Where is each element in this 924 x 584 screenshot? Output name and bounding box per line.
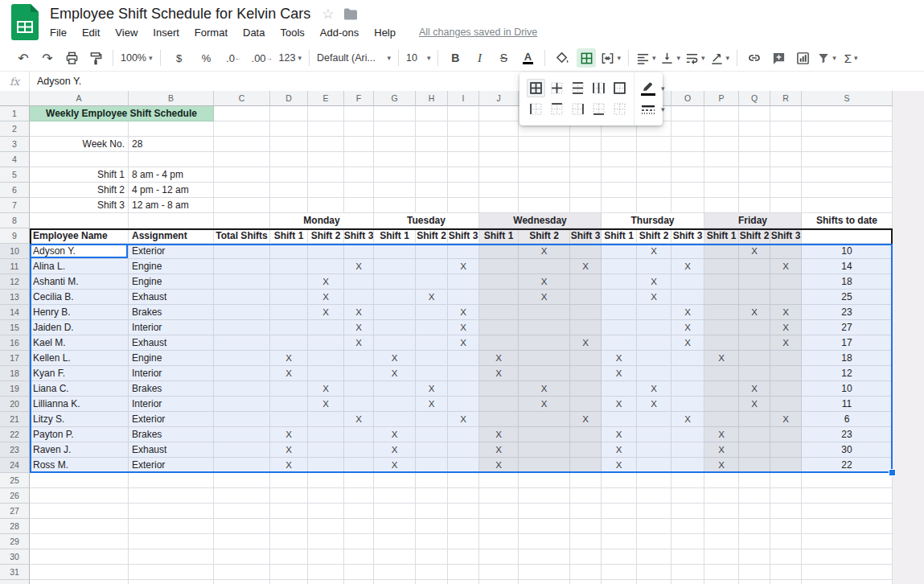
cell[interactable] bbox=[214, 167, 270, 183]
row-header-4[interactable]: 4 bbox=[0, 152, 30, 167]
outer-borders-button[interactable] bbox=[610, 79, 629, 97]
cell[interactable] bbox=[704, 504, 739, 519]
cell[interactable] bbox=[770, 290, 802, 305]
cell[interactable] bbox=[637, 167, 671, 183]
cell[interactable] bbox=[374, 259, 416, 274]
shift-x-cell[interactable]: X bbox=[570, 412, 602, 427]
cell[interactable] bbox=[344, 152, 374, 167]
cell[interactable] bbox=[519, 198, 570, 213]
cell[interactable] bbox=[416, 198, 448, 213]
table-header-cell[interactable]: Shift 3 bbox=[770, 228, 802, 244]
shift-x-cell[interactable]: X bbox=[637, 274, 671, 290]
assignment-cell[interactable]: Exhaust bbox=[129, 442, 214, 458]
shifts-to-date-cell[interactable]: 17 bbox=[802, 335, 893, 351]
cell[interactable] bbox=[671, 488, 704, 504]
cell[interactable] bbox=[637, 473, 671, 488]
cell[interactable] bbox=[637, 534, 671, 549]
document-title[interactable]: Employee Shift Schedule for Kelvin Cars bbox=[50, 6, 310, 23]
formula-input[interactable]: Adyson Y. bbox=[29, 72, 924, 91]
table-header-cell[interactable]: Assignment bbox=[129, 228, 214, 244]
cell[interactable] bbox=[416, 121, 448, 137]
border-color-button[interactable]: ▾ bbox=[641, 79, 665, 98]
shift-x-cell[interactable]: X bbox=[479, 427, 519, 442]
cell[interactable] bbox=[448, 442, 479, 458]
cell[interactable] bbox=[802, 137, 893, 152]
right-border-button[interactable] bbox=[569, 100, 587, 118]
filter-button[interactable]: ▾ bbox=[817, 48, 836, 68]
cell[interactable] bbox=[704, 106, 739, 121]
cell[interactable] bbox=[416, 534, 448, 549]
table-header-cell[interactable]: Shift 1 bbox=[479, 228, 519, 244]
cell[interactable] bbox=[129, 488, 214, 504]
cell[interactable] bbox=[30, 565, 129, 580]
cell[interactable] bbox=[308, 580, 344, 584]
cell[interactable] bbox=[344, 534, 374, 549]
cell[interactable] bbox=[739, 198, 770, 213]
cell[interactable] bbox=[519, 152, 570, 167]
cell[interactable] bbox=[704, 137, 739, 152]
cell[interactable] bbox=[802, 504, 893, 519]
shifts-to-date-cell[interactable]: 25 bbox=[802, 290, 893, 305]
cell[interactable] bbox=[448, 549, 479, 565]
shift-x-cell[interactable]: X bbox=[374, 458, 416, 473]
cell[interactable] bbox=[214, 320, 270, 335]
column-header-E[interactable]: E bbox=[308, 91, 344, 106]
cell[interactable] bbox=[602, 305, 637, 320]
cell[interactable] bbox=[671, 458, 704, 473]
cell[interactable] bbox=[802, 167, 893, 183]
shift-x-cell[interactable]: X bbox=[739, 381, 770, 397]
cell[interactable] bbox=[519, 427, 570, 442]
cell[interactable] bbox=[214, 152, 270, 167]
cell[interactable] bbox=[479, 397, 519, 412]
cell[interactable] bbox=[308, 427, 344, 442]
cell[interactable] bbox=[671, 534, 704, 549]
cell[interactable] bbox=[570, 183, 602, 198]
cell[interactable] bbox=[671, 549, 704, 565]
shift-x-cell[interactable]: X bbox=[637, 397, 671, 412]
cell[interactable] bbox=[739, 335, 770, 351]
menu-edit[interactable]: Edit bbox=[82, 27, 100, 39]
cell[interactable] bbox=[739, 290, 770, 305]
font-size-select[interactable]: 10▾ bbox=[406, 48, 430, 68]
cell[interactable] bbox=[479, 121, 519, 137]
cell[interactable] bbox=[344, 183, 374, 198]
cell[interactable] bbox=[344, 366, 374, 381]
shift-x-cell[interactable]: X bbox=[344, 305, 374, 320]
cell[interactable] bbox=[479, 198, 519, 213]
table-header-cell[interactable]: Shift 2 bbox=[739, 228, 770, 244]
cell[interactable] bbox=[519, 412, 570, 427]
cell[interactable] bbox=[448, 198, 479, 213]
cell[interactable] bbox=[129, 565, 214, 580]
cell[interactable] bbox=[308, 167, 344, 183]
row-header-7[interactable]: 7 bbox=[0, 198, 30, 213]
cell[interactable] bbox=[802, 519, 893, 534]
cell[interactable] bbox=[739, 427, 770, 442]
cell[interactable] bbox=[374, 519, 416, 534]
cell[interactable] bbox=[770, 504, 802, 519]
cell[interactable] bbox=[416, 488, 448, 504]
merge-cells-button[interactable]: ▾ bbox=[601, 48, 621, 68]
cell[interactable] bbox=[344, 427, 374, 442]
shift-x-cell[interactable]: X bbox=[519, 397, 570, 412]
cell[interactable] bbox=[448, 366, 479, 381]
cell[interactable] bbox=[214, 335, 270, 351]
vertical-align-button[interactable]: ▾ bbox=[660, 48, 680, 68]
cell[interactable] bbox=[671, 183, 704, 198]
cell[interactable] bbox=[416, 305, 448, 320]
cell[interactable] bbox=[570, 305, 602, 320]
cell[interactable] bbox=[448, 152, 479, 167]
cell[interactable] bbox=[479, 183, 519, 198]
shift-x-cell[interactable]: X bbox=[671, 335, 704, 351]
row-header-20[interactable]: 20 bbox=[0, 397, 30, 412]
cell[interactable] bbox=[374, 137, 416, 152]
cell[interactable] bbox=[637, 488, 671, 504]
shift-x-cell[interactable]: X bbox=[374, 427, 416, 442]
row-header-31[interactable]: 31 bbox=[0, 565, 30, 580]
cell[interactable] bbox=[214, 412, 270, 427]
cell[interactable]: 8 am - 4 pm bbox=[129, 167, 214, 183]
cell[interactable] bbox=[479, 580, 519, 584]
cell[interactable] bbox=[519, 259, 570, 274]
cell[interactable] bbox=[308, 198, 344, 213]
cell[interactable] bbox=[519, 565, 570, 580]
cell[interactable] bbox=[519, 137, 570, 152]
